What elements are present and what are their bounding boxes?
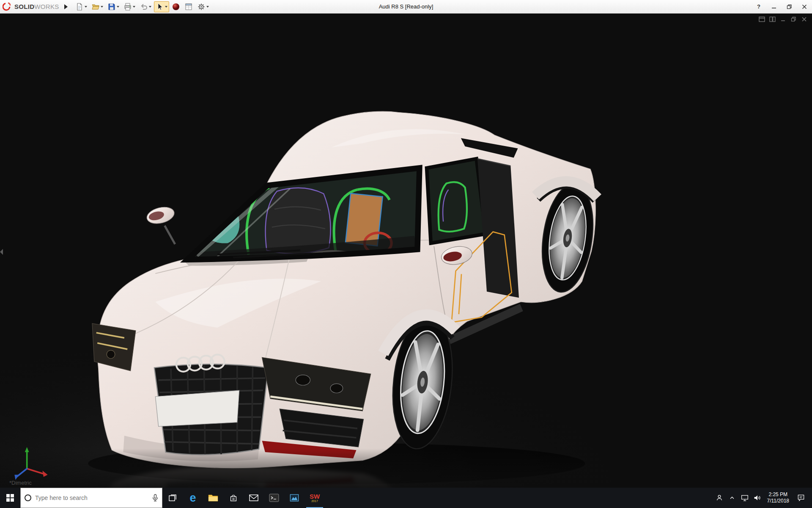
store-button[interactable]	[223, 488, 244, 508]
action-center-icon	[797, 494, 805, 502]
doc-close-button[interactable]	[801, 16, 808, 22]
volume-icon	[753, 494, 762, 502]
task-pane-button[interactable]	[183, 1, 195, 12]
dropdown-caret-icon[interactable]	[149, 6, 151, 8]
dropdown-caret-icon[interactable]	[85, 6, 87, 8]
undo-arrow-icon	[140, 3, 148, 11]
task-view-button[interactable]	[162, 488, 183, 508]
window-controls: ?	[751, 0, 812, 13]
console-button[interactable]	[264, 488, 284, 508]
people-icon	[715, 494, 724, 502]
edge-icon: e	[189, 493, 196, 503]
windows-logo-icon	[6, 494, 14, 502]
options-button[interactable]	[195, 1, 211, 12]
open-button[interactable]	[90, 1, 105, 12]
maximize-button[interactable]	[782, 0, 797, 13]
doc-restore-button[interactable]	[790, 16, 797, 22]
tray-expand-button[interactable]	[726, 494, 738, 501]
select-tool-button[interactable]	[154, 1, 169, 12]
clock-date: 7/11/2018	[767, 498, 790, 504]
orientation-label: *Dimetric	[9, 480, 32, 486]
graphics-viewport[interactable]: *Dimetric	[0, 14, 812, 488]
minimize-button[interactable]	[766, 0, 782, 13]
dropdown-caret-icon[interactable]	[165, 6, 167, 8]
file-explorer-icon	[208, 494, 218, 502]
network-icon	[741, 494, 749, 502]
new-document-button[interactable]	[74, 1, 89, 12]
save-button[interactable]	[106, 1, 121, 12]
cortana-icon	[24, 494, 32, 502]
solidworks-app-year: 2017	[311, 500, 318, 502]
mail-button[interactable]	[244, 488, 264, 508]
taskbar-clock[interactable]: 2:25 PM 7/11/2018	[764, 491, 793, 504]
people-button[interactable]	[713, 494, 726, 502]
file-explorer-button[interactable]	[203, 488, 223, 508]
print-icon	[123, 3, 132, 11]
store-icon	[229, 493, 238, 502]
appearance-button[interactable]	[170, 1, 182, 12]
dassault-logo-icon	[3, 2, 13, 11]
restore-icon	[787, 4, 792, 9]
undo-button[interactable]	[138, 1, 153, 12]
new-window-button[interactable]	[758, 16, 765, 22]
network-button[interactable]	[738, 494, 751, 502]
photos-icon	[290, 494, 299, 502]
window-title: Audi R8 S [Read-only]	[379, 3, 433, 10]
options-gear-icon	[197, 3, 206, 11]
solidworks-logo: SOLIDWORKS	[0, 0, 63, 13]
appearance-sphere-icon	[172, 3, 180, 11]
taskbar-search[interactable]	[20, 488, 162, 508]
save-floppy-icon	[107, 3, 116, 11]
edge-button[interactable]: e	[183, 488, 203, 508]
quick-toolbar	[74, 1, 211, 12]
task-view-icon	[168, 494, 177, 502]
clock-time: 2:25 PM	[768, 491, 787, 498]
system-tray: 2:25 PM 7/11/2018	[713, 488, 812, 508]
microphone-icon[interactable]	[152, 494, 159, 502]
solidworks-app-icon: SW	[310, 494, 320, 500]
logo-text: SOLIDWORKS	[14, 3, 59, 10]
car-3d-scene	[0, 14, 812, 488]
photos-button[interactable]	[284, 488, 304, 508]
document-window-controls	[758, 16, 808, 22]
console-icon	[269, 494, 279, 502]
action-center-button[interactable]	[793, 494, 809, 502]
new-document-icon	[75, 3, 84, 11]
front-grille	[154, 364, 268, 455]
volume-button[interactable]	[751, 494, 764, 502]
dropdown-caret-icon[interactable]	[117, 6, 119, 8]
dropdown-caret-icon[interactable]	[101, 6, 103, 8]
search-input[interactable]	[35, 494, 148, 501]
start-button[interactable]	[0, 488, 20, 508]
close-button[interactable]	[797, 0, 812, 13]
help-button[interactable]: ?	[751, 0, 766, 13]
license-plate	[155, 390, 239, 426]
doc-minimize-button[interactable]	[779, 16, 787, 22]
minimize-icon	[771, 4, 776, 9]
task-pane-icon	[184, 3, 193, 11]
dropdown-caret-icon[interactable]	[206, 6, 209, 8]
titlebar: SOLIDWORKS	[0, 0, 812, 14]
open-folder-icon	[91, 3, 100, 11]
print-button[interactable]	[122, 1, 137, 12]
dropdown-caret-icon[interactable]	[133, 6, 135, 8]
panel-flyout-arrow-icon[interactable]	[0, 249, 3, 255]
select-cursor-icon	[156, 3, 164, 11]
solidworks-taskbar-button[interactable]: SW 2017	[304, 488, 325, 508]
menu-expand-arrow-icon[interactable]	[64, 4, 68, 9]
close-icon	[802, 4, 807, 9]
windows-taskbar: e SW 2017	[0, 488, 812, 508]
tile-windows-button[interactable]	[769, 16, 776, 22]
chevron-up-icon	[729, 494, 735, 501]
mail-icon	[249, 494, 259, 502]
